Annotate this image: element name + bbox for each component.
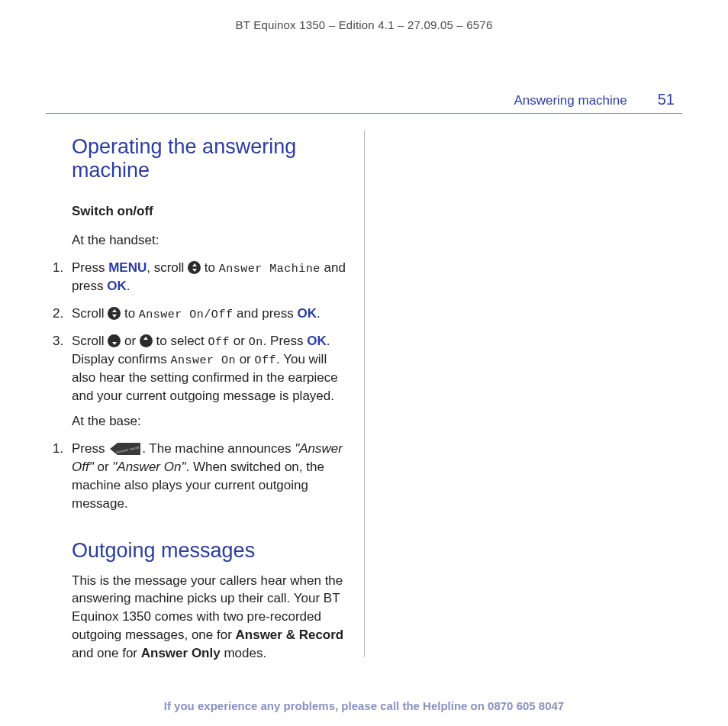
page-header: Answering machine 51: [46, 91, 682, 108]
helpline-number: 0870 605 8047: [488, 699, 564, 712]
step-3: Scroll or to select Off or On. Press OK.…: [67, 332, 347, 405]
nav-updown-icon: [108, 307, 121, 320]
label-at-handset: At the handset:: [72, 233, 347, 248]
subhead-switch: Switch on/off: [72, 204, 347, 219]
text: Scroll: [72, 306, 108, 321]
header-rule: [46, 113, 682, 114]
text: .: [127, 279, 130, 293]
right-column: [364, 131, 682, 657]
footer-text: If you experience any problems, please c…: [164, 699, 488, 712]
text: Press: [72, 260, 108, 275]
text: . Press: [263, 334, 308, 348]
helpline-footer: If you experience any problems, please c…: [0, 699, 728, 712]
text: and press: [233, 306, 297, 321]
lcd-text: Off: [255, 354, 277, 367]
text: . The machine announces: [142, 441, 295, 456]
nav-down-icon: [108, 334, 121, 347]
text: and one for: [72, 646, 141, 660]
left-column: Operating the answering machine Switch o…: [46, 131, 364, 657]
nav-up-icon: [140, 334, 153, 347]
step-1: Press MENU, scroll to Answer Machine and…: [67, 259, 347, 295]
text: , scroll: [147, 260, 188, 275]
mode-answer-only: Answer Only: [141, 646, 221, 660]
text: or: [121, 334, 140, 348]
lcd-text: On: [249, 336, 263, 349]
step-2: Scroll to Answer On/Off and press OK.: [67, 305, 347, 323]
ok-key-label: OK: [307, 334, 327, 348]
text: to: [121, 306, 139, 321]
text: to: [201, 260, 219, 275]
lcd-text: Off: [208, 336, 230, 349]
menu-key-label: MENU: [108, 260, 147, 275]
text: .: [317, 306, 321, 321]
text: modes.: [221, 646, 266, 660]
outgoing-paragraph: This is the message your callers hear wh…: [72, 572, 347, 663]
text: or: [230, 334, 249, 348]
heading-outgoing: Outgoing messages: [72, 539, 347, 563]
text: Press: [72, 441, 108, 456]
manual-page: BT Equinox 1350 – Edition 4.1 – 27.09.05…: [0, 0, 728, 726]
lcd-text: Answer Machine: [219, 263, 321, 276]
ok-key-label: OK: [298, 306, 317, 321]
text: or: [94, 460, 113, 474]
nav-updown-icon: [188, 261, 201, 274]
page-number: 51: [658, 91, 675, 108]
mode-answer-record: Answer & Record: [236, 628, 344, 642]
label-at-base: At the base:: [72, 414, 347, 429]
base-step-1: Press Answer on/off. The machine announc…: [67, 440, 347, 512]
lcd-text: Answer On: [170, 354, 236, 367]
text: Scroll: [72, 334, 108, 348]
content-columns: Operating the answering machine Switch o…: [46, 131, 682, 657]
base-steps: Press Answer on/off. The machine announc…: [52, 440, 347, 512]
ok-key-label: OK: [107, 279, 127, 293]
lcd-text: Answer On/Off: [139, 308, 234, 321]
text: to select: [153, 334, 208, 348]
heading-operating: Operating the answering machine: [72, 135, 347, 182]
doc-header: BT Equinox 1350 – Edition 4.1 – 27.09.05…: [46, 18, 682, 31]
quoted-text: "Answer On": [112, 460, 185, 474]
answer-onoff-key-icon: Answer on/off: [108, 441, 142, 457]
section-title: Answering machine: [514, 93, 627, 108]
handset-steps: Press MENU, scroll to Answer Machine and…: [52, 259, 347, 405]
text: or: [236, 352, 255, 366]
